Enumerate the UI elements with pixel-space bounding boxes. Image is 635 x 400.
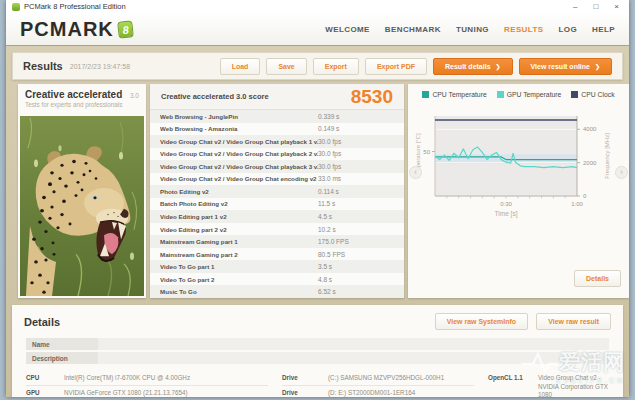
minimize-icon[interactable]: – <box>573 2 577 11</box>
results-header-buttons: LoadSaveExportExport PDFResult details❯V… <box>220 58 612 75</box>
test-value: 80.5 FPS <box>318 251 394 258</box>
legend-swatch-icon <box>571 91 578 98</box>
test-value: 0.114 s <box>318 188 394 195</box>
test-name: Music To Go <box>160 288 318 295</box>
field-value[interactable] <box>98 352 609 364</box>
field-row-name: Name <box>26 338 609 350</box>
view-result-online-button[interactable]: View result online❯ <box>519 58 612 75</box>
chart-prev-button[interactable]: ‹ <box>409 166 422 179</box>
test-value: 6.52 s <box>318 288 394 295</box>
test-result-row: Mainstream Gaming part 1175.0 FPS <box>150 235 404 248</box>
chart-details-button[interactable]: Details <box>574 270 621 287</box>
spec-value: NVIDIA GeForce GTX 1080 (21.21.13.7654) <box>64 389 188 398</box>
nav-item-results[interactable]: RESULTS <box>504 25 544 34</box>
spec-row: GPUNVIDIA GeForce GTX 1080 (21.21.13.765… <box>26 386 268 398</box>
chevron-right-icon: ❯ <box>595 63 600 70</box>
nav-item-benchmark[interactable]: BENCHMARK <box>385 25 441 34</box>
test-name: Video Editing part 2 v2 <box>160 226 318 233</box>
test-result-row: Web Browsing - Amazonia0.149 s <box>150 123 404 136</box>
test-result-row: Video Group Chat v2 / Video Group Chat p… <box>150 160 404 173</box>
view-raw-systeminfo-button[interactable]: View raw SystemInfo <box>435 313 529 330</box>
test-value: 10.2 s <box>318 226 394 233</box>
window-title: PCMark 8 Professional Edition <box>24 2 126 11</box>
test-result-row: Video To Go part 24.8 s <box>150 273 404 286</box>
result-details-button[interactable]: Result details❯ <box>433 58 513 75</box>
spec-row: CPUIntel(R) Core(TM) i7-6700K CPU @ 4.00… <box>26 371 268 386</box>
spec-label: Drive <box>282 389 328 398</box>
nav-item-help[interactable]: HELP <box>592 25 615 34</box>
spec-column-3: OpenCL 1.1Video Group Chat v2 - NVIDIA C… <box>488 371 609 397</box>
right-tick-label: 0 <box>583 193 587 199</box>
spec-column-2: Drive(C:) SAMSUNG MZVPV256HDGL-000H1Driv… <box>282 371 474 397</box>
spec-row: OpenCL 1.1Video Group Chat v2 - NVIDIA C… <box>488 371 609 397</box>
app-window: PCMark 8 Professional Edition – □ × PCMA… <box>6 0 629 397</box>
spec-value: (D: E:) ST2000DM001-1ER164 <box>328 389 415 398</box>
x-tick-label: 1:00 <box>571 201 583 207</box>
pcmark-logo: PCMARK 8 <box>20 18 133 41</box>
legend-swatch-icon <box>422 91 429 98</box>
nav-menu: WELCOMEBENCHMARKTUNINGRESULTSLOGHELP <box>325 25 615 34</box>
test-value: 0.339 s <box>318 113 394 120</box>
test-value: 4.5 s <box>318 213 394 220</box>
close-icon[interactable]: × <box>614 2 619 11</box>
spec-label: GPU <box>26 389 64 398</box>
nav-item-welcome[interactable]: WELCOME <box>325 25 370 34</box>
test-result-row: Web Browsing - JunglePin0.339 s <box>150 110 404 123</box>
load-button[interactable]: Load <box>220 58 261 75</box>
test-name: Video Group Chat v2 / Video Group Chat p… <box>160 138 318 145</box>
test-name: Video Group Chat v2 / Video Group Chat p… <box>160 163 318 170</box>
test-name: Video To Go part 1 <box>160 263 318 270</box>
button-label: Result details <box>445 63 491 70</box>
test-result-row: Video Group Chat v2 / Video Group Chat p… <box>150 135 404 148</box>
spec-label: OpenCL 1.1 <box>488 374 538 397</box>
save-button[interactable]: Save <box>266 58 306 75</box>
test-value: 3.5 s <box>318 263 394 270</box>
system-specs: CPUIntel(R) Core(TM) i7-6700K CPU @ 4.00… <box>12 366 623 397</box>
right-axis-label: Frequency [MHz] <box>604 133 610 179</box>
nav-item-log[interactable]: LOG <box>559 25 578 34</box>
benchmark-title: Creative accelerated <box>25 89 130 100</box>
spec-row: Drive(C:) SAMSUNG MZVPV256HDGL-000H1 <box>282 371 474 386</box>
test-name: Video Group Chat v2 / Video Group Chat e… <box>160 175 318 182</box>
legend-label: GPU Temperature <box>507 91 562 98</box>
x-tick-label: 0:30 <box>500 201 512 207</box>
right-tick-label: 2000 <box>583 160 597 166</box>
test-name: Video Group Chat v2 / Video Group Chat p… <box>160 150 318 157</box>
test-results-table: Web Browsing - JunglePin0.339 sWeb Brows… <box>150 110 404 298</box>
field-label: Name <box>26 338 98 350</box>
pcmark-logo-text: PCMARK <box>20 18 114 41</box>
leopard-image <box>20 116 144 296</box>
spec-value: (C:) SAMSUNG MZVPV256HDGL-000H1 <box>328 374 444 383</box>
x-axis-label: Time [s] <box>495 210 518 218</box>
field-value[interactable] <box>98 338 609 350</box>
export-pdf-button[interactable]: Export PDF <box>365 58 427 75</box>
monitoring-chart: 020004000500:301:00Time [s]Temperature [… <box>413 108 625 226</box>
export-button[interactable]: Export <box>313 58 359 75</box>
test-value: 33.0 ms <box>318 175 394 182</box>
legend-item-gpu-temperature: GPU Temperature <box>497 91 562 98</box>
spec-row: Drive(D: E:) ST2000DM001-1ER164 <box>282 386 474 398</box>
test-result-row: Video Editing part 1 v24.5 s <box>150 210 404 223</box>
test-result-row: Music To Go6.52 s <box>150 285 404 298</box>
view-raw-result-button[interactable]: View raw result <box>536 313 611 330</box>
test-value: 30.0 fps <box>318 150 394 157</box>
chart-next-button[interactable]: › <box>615 166 628 179</box>
test-name: Mainstream Gaming part 1 <box>160 238 318 245</box>
button-label: View result online <box>531 63 590 70</box>
test-value: 0.149 s <box>318 125 394 132</box>
details-panel: Details View raw SystemInfo View raw res… <box>12 305 623 397</box>
test-name: Web Browsing - JunglePin <box>160 113 318 120</box>
test-result-row: Batch Photo Editing v211.5 s <box>150 198 404 211</box>
score-value: 8530 <box>351 86 393 108</box>
test-result-row: Video To Go part 13.5 s <box>150 260 404 273</box>
results-timestamp: 2017/2/23 19:47:58 <box>70 63 130 70</box>
maximize-icon[interactable]: □ <box>593 2 598 11</box>
score-panel: Creative accelerated 3.0 score 8530 Web … <box>150 84 404 298</box>
spec-value: Intel(R) Core(TM) i7-6700K CPU @ 4.00GHz <box>64 374 190 383</box>
test-result-row: Video Group Chat v2 / Video Group Chat p… <box>150 148 404 161</box>
test-result-row: Video Editing part 2 v210.2 s <box>150 223 404 236</box>
nav-item-tuning[interactable]: TUNING <box>456 25 489 34</box>
details-title: Details <box>24 316 427 328</box>
test-name: Video To Go part 2 <box>160 276 318 283</box>
test-value: 4.8 s <box>318 276 394 283</box>
